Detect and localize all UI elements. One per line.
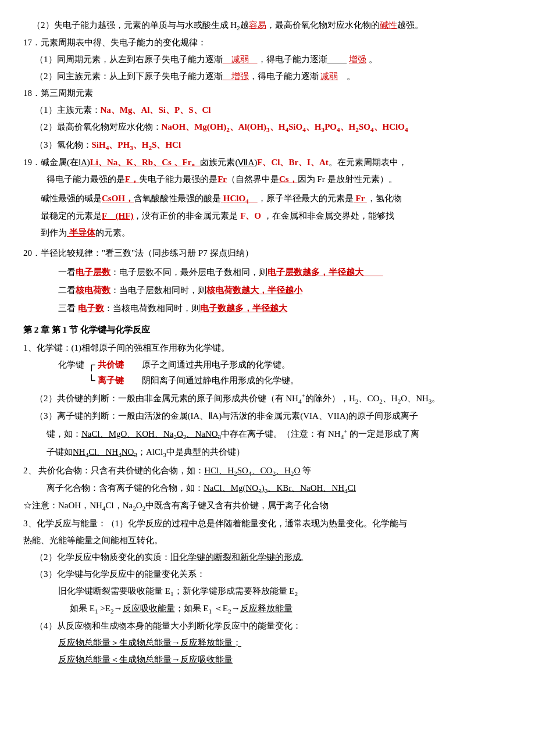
point-19-b: 碱性最强的碱是CsOH，含氧酸酸性最强的酸是 HClO4 ，原子半径最大的元素是… [23,191,512,207]
chem-point-2: 2、 共价化合物：只含有共价键的化合物，如：HCl、H2SO4、CO2、H2O … [23,463,512,479]
chem-point-1-2: （2）共价键的判断：一般由非金属元素的原子间形成共价键（有 NH4+的除外），H… [35,390,512,407]
point-20-a: 一看电子层数：电子层数不同，最外层电子数相同，则电子层数越多，半径越大 [58,265,512,280]
chem-point-3-3a: 旧化学键断裂需要吸收能量 E1；新化学键形成需要释放能量 E2 [58,583,512,600]
point-17: 17．元素周期表中得、失电子能力的变化规律： [23,35,512,51]
chem-point-1-3c: 子键如NH4Cl、NH4NO3；AlCl3中是典型的共价键） [47,444,512,461]
point-20-c: 三看 电子数：当核电荷数相同时，则电子数越多，半径越大 [58,301,512,316]
chem-point-3-3: （3）化学键与化学反应中的能量变化关系： [35,566,512,582]
point-19: 19．碱金属(在ⅠA)Li、Na、K、Rb、Cs 、Fr。卤族元素(ⅦA)F、C… [23,155,512,170]
point-19-a: 得电子能力最强的是F，失电子能力最强的是Fr（自然界中是Cs，因为 Fr 是放射… [47,172,512,187]
chem-point-3-4a: 反应物总能量＞生成物总能量→反应释放能量； [58,635,512,651]
document-content: （2）失电子能力越强，元素的单质与与水或酸生成 H2越容易，最高价氧化物对应水化… [23,17,512,668]
point-18-1: （1）主族元素：Na、Mg、Al、Si、P、S、Cl [35,102,512,118]
point-20-b: 二看核电荷数：当电子层数相同时，则核电荷数越大，半径越小 [58,283,512,298]
chem-point-3-2: （2）化学反应中物质变化的实质：旧化学键的断裂和新化学键的形成. [35,550,512,565]
chem-point-1-3b: 键，如：NaCl、MgO、KOH、Na2O2、NaNO3中存在离子键。（注意：有… [47,425,512,443]
chem-point-3: 3、化学反应与能量：（1）化学反应的过程中总是伴随着能量变化，通常表现为热量变化… [23,516,512,532]
chem-point-1: 1、化学键：(1)相邻原子间的强相互作用称为化学键。 [23,340,512,356]
point-17-1: （1）同周期元素，从左到右原子失电子能力逐渐 减弱 ，得电子能力逐渐 增强 。 [35,52,512,67]
chem-point-3-4: （4）从反应物和生成物本身的能量大小判断化学反应中的能量变化： [35,618,512,634]
branch-diagram: 化学键 ┌ └ 共价键 原子之间通过共用电子形成的化学键。 离子键 阴阳离子间通… [58,357,512,388]
point-18-2: （2）最高价氧化物对应水化物：NaOH、Mg(OH)2、Al(OH)3、H4Si… [35,119,512,135]
point-17-2: （2）同主族元素：从上到下原子失电子能力逐渐 增强，得电子能力逐渐 减弱 。 [35,69,512,84]
point-20: 20．半径比较规律："看三数"法（同步练习册 P7 探点归纳） [23,245,512,261]
prev-point-2: （2）失电子能力越强，元素的单质与与水或酸生成 H2越容易，最高价氧化物对应水化… [23,17,512,34]
chem-point-1-3: （3）离子键的判断：一般由活泼的金属(IA、ⅡA)与活泼的非金属元素(VIA、V… [35,408,512,424]
chapter-title: 第 2 章 第 1 节 化学键与化学反应 [23,322,512,338]
point-19-c: 最稳定的元素是F (HF)，没有正价的非金属元素是 F、O ，在金属和非金属交界… [23,208,512,224]
chem-point-3-3b: 如果 E1 >E2→反应吸收能量；如果 E1 ＜E2→反应释放能量 [70,601,512,617]
chem-point-3-4b: 反应物总能量＜生成物总能量→反应吸收能量 [58,652,512,668]
point-19-d: 到作为 半导体的元素。 [23,225,512,241]
chem-point-3-a: 热能、光能等能量之间能相互转化。 [23,533,512,548]
point-18: 18．第三周期元素 [23,85,512,101]
point-18-3: （3）氢化物：SiH4、PH3、H2S、HCl [35,137,512,154]
chem-point-2-note: ☆注意：NaOH，NH4Cl，Na2O2中既含有离子键又含有共价键，属于离子化合… [23,498,512,514]
chem-point-2-ionic: 离子化合物：含有离子键的化合物，如：NaCl、Mg(NO3)2、KBr、NaOH… [47,480,512,497]
